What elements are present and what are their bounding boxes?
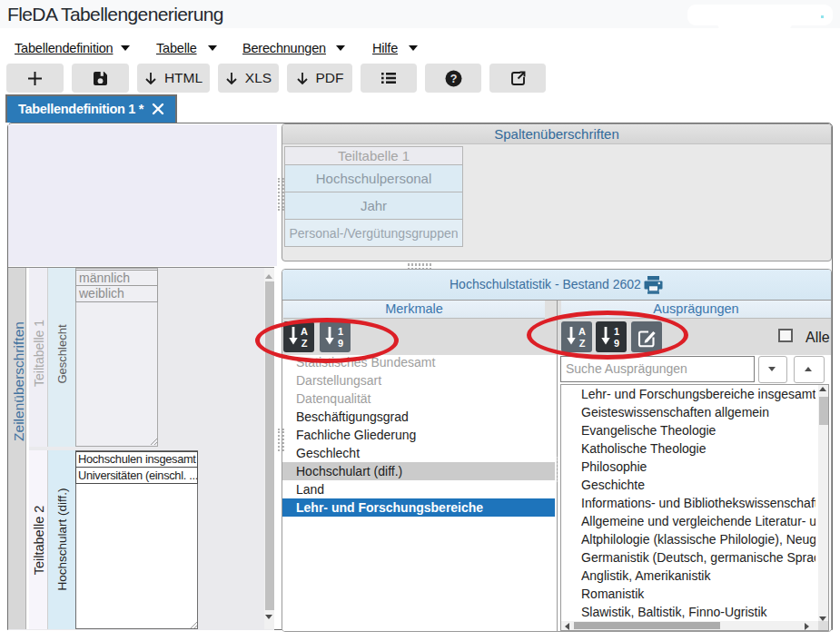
svg-text:?: ?	[450, 73, 457, 85]
